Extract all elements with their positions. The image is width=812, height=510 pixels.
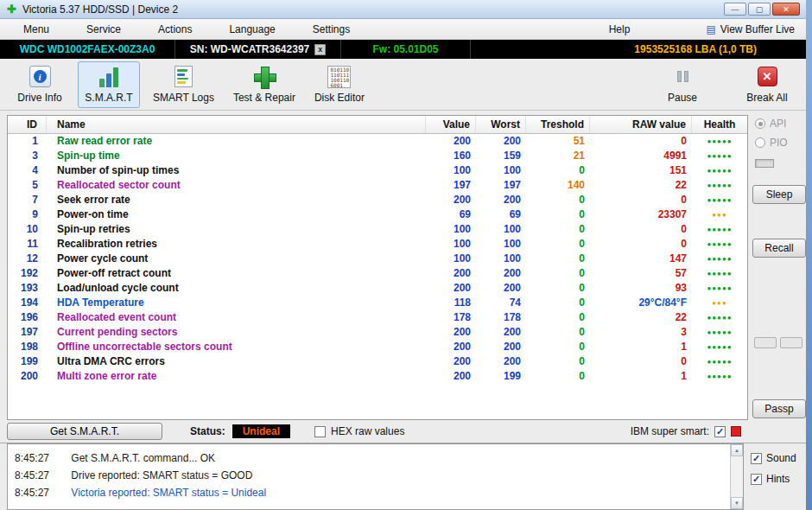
smart-logs-button[interactable]: SMART Logs bbox=[147, 61, 220, 108]
pio-radio[interactable]: PIO bbox=[755, 137, 788, 149]
cell-worst: 200 bbox=[476, 281, 526, 296]
health-dots: ●●●●● bbox=[692, 252, 747, 266]
menu-item-actions[interactable]: Actions bbox=[140, 19, 211, 40]
cell-value: 200 bbox=[426, 369, 476, 384]
log-entry: 8:45:27 Drive reported: SMART status = G… bbox=[15, 467, 726, 484]
health-dots: ●●●●● bbox=[692, 178, 747, 193]
table-row[interactable]: 11 Recalibration retries 100 100 0 0 ●●●… bbox=[8, 237, 747, 252]
sound-option[interactable]: ✓ Sound bbox=[751, 452, 796, 464]
table-row[interactable]: 199 Ultra DMA CRC errors 200 200 0 0 ●●●… bbox=[8, 354, 747, 369]
log-scrollbar[interactable]: ▲ ▼ bbox=[730, 444, 743, 509]
ibm-super-smart-option[interactable]: IBM super smart: ✓ bbox=[631, 425, 741, 437]
table-row[interactable]: 192 Power-off retract count 200 200 0 57… bbox=[8, 266, 747, 281]
hints-option[interactable]: ✓ Hints bbox=[751, 473, 790, 485]
recall-button[interactable]: Recall bbox=[752, 239, 806, 258]
health-dots: ●●●●● bbox=[692, 237, 747, 252]
disk-editor-button[interactable]: 010110 110111 100110 6001 Disk Editor bbox=[308, 61, 371, 108]
api-radio[interactable]: API bbox=[755, 118, 786, 130]
sidebar-mini-button-1[interactable] bbox=[754, 337, 777, 348]
scroll-down-button[interactable]: ▼ bbox=[731, 497, 743, 509]
hints-checkbox[interactable]: ✓ bbox=[751, 474, 762, 485]
health-dots: ●●●●● bbox=[692, 310, 747, 325]
menu-item-language[interactable]: Language bbox=[211, 19, 294, 40]
sleep-button[interactable]: Sleep bbox=[752, 185, 806, 204]
drive-info-button[interactable]: i Drive Info bbox=[9, 61, 71, 108]
cell-name: Reallocated event count bbox=[47, 310, 426, 325]
scroll-up-button[interactable]: ▲ bbox=[731, 444, 743, 456]
log-entry: 8:45:27 Victoria reported: SMART status … bbox=[15, 484, 726, 501]
log-entry: 8:45:27 Get S.M.A.R.T. command... OK bbox=[15, 449, 726, 467]
cell-id: 4 bbox=[8, 163, 47, 178]
log-time: 8:45:27 bbox=[15, 467, 68, 484]
api-radio-circle[interactable] bbox=[755, 118, 765, 129]
health-dots: ●●●●● bbox=[692, 163, 747, 178]
table-row[interactable]: 7 Seek error rate 200 200 0 0 ●●●●● bbox=[8, 193, 747, 207]
sound-label: Sound bbox=[766, 452, 796, 464]
table-row[interactable]: 193 Load/unload cycle count 200 200 0 93… bbox=[8, 281, 747, 296]
pause-button[interactable]: Pause bbox=[651, 61, 714, 108]
header-health[interactable]: Health bbox=[692, 116, 747, 133]
main-row: ID Name Value Worst Treshold RAW value H… bbox=[0, 111, 812, 443]
cell-treshold: 140 bbox=[526, 178, 590, 193]
serial-close-button[interactable]: x bbox=[314, 44, 326, 55]
view-buffer-live[interactable]: ▤ View Buffer Live bbox=[706, 23, 795, 35]
cell-treshold: 0 bbox=[526, 325, 590, 340]
get-smart-button[interactable]: Get S.M.A.R.T. bbox=[7, 423, 162, 440]
table-row[interactable]: 9 Power-on time 69 69 0 23307 ●●● bbox=[8, 207, 747, 222]
menu-item-service[interactable]: Service bbox=[68, 19, 140, 40]
cell-name: HDA Temperature bbox=[47, 296, 426, 310]
hints-label: Hints bbox=[766, 473, 790, 485]
smart-button[interactable]: S.M.A.R.T bbox=[78, 61, 140, 108]
table-row[interactable]: 4 Number of spin-up times 100 100 0 151 … bbox=[8, 163, 747, 178]
log-text: Drive reported: SMART status = GOOD bbox=[71, 469, 252, 481]
cell-id: 196 bbox=[8, 310, 47, 325]
cell-treshold: 21 bbox=[526, 149, 590, 163]
maximize-button[interactable]: ▢ bbox=[748, 3, 771, 16]
hex-raw-values-option[interactable]: ✓ HEX raw values bbox=[314, 425, 404, 437]
drive-infobar: WDC WD1002FAEX-00Z3A0 SN: WD-WCATR364239… bbox=[0, 40, 812, 59]
cell-id: 3 bbox=[8, 149, 47, 163]
hex-checkbox[interactable]: ✓ bbox=[314, 426, 326, 437]
table-row[interactable]: 200 Multi zone error rate 200 199 0 1 ●●… bbox=[8, 369, 747, 384]
table-row[interactable]: 197 Current pending sectors 200 200 0 3 … bbox=[8, 325, 747, 340]
header-raw-value[interactable]: RAW value bbox=[590, 116, 692, 133]
cell-value: 69 bbox=[426, 207, 476, 222]
cell-raw-value: 29°C/84°F bbox=[590, 296, 692, 310]
table-row[interactable]: 3 Spin-up time 160 159 21 4991 ●●●●● bbox=[8, 149, 747, 163]
close-button[interactable]: ✕ bbox=[772, 3, 800, 16]
header-id[interactable]: ID bbox=[8, 116, 47, 133]
break-all-button[interactable]: ✕ Break All bbox=[736, 61, 798, 108]
table-row[interactable]: 196 Reallocated event count 178 178 0 22… bbox=[8, 310, 747, 325]
menu-item-menu[interactable]: Menu bbox=[5, 19, 68, 40]
ibm-checkbox[interactable]: ✓ bbox=[714, 426, 726, 437]
table-row[interactable]: 5 Reallocated sector count 197 197 140 2… bbox=[8, 178, 747, 193]
minimize-button[interactable]: — bbox=[724, 3, 746, 16]
test-repair-button[interactable]: Test & Repair bbox=[227, 61, 301, 108]
table-row[interactable]: 12 Power cycle count 100 100 0 147 ●●●●● bbox=[8, 252, 747, 266]
table-row[interactable]: 10 Spin-up retries 100 100 0 0 ●●●●● bbox=[8, 222, 747, 237]
health-dots: ●●●●● bbox=[692, 266, 747, 281]
toolbar: i Drive Info S.M.A.R.T SMART Logs Test &… bbox=[0, 59, 812, 111]
table-row[interactable]: 198 Offline uncorrectable sectors count … bbox=[8, 340, 747, 354]
header-worst[interactable]: Worst bbox=[476, 116, 526, 133]
menu-item-help[interactable]: Help bbox=[591, 19, 650, 40]
header-value[interactable]: Value bbox=[426, 116, 476, 133]
cell-name: Power cycle count bbox=[47, 252, 426, 266]
log-text: Victoria reported: SMART status = Unidea… bbox=[71, 487, 266, 499]
health-dots: ●●●●● bbox=[692, 369, 747, 384]
pio-radio-circle[interactable] bbox=[755, 137, 765, 148]
infobar-spacer bbox=[471, 40, 634, 59]
menu-item-settings[interactable]: Settings bbox=[295, 19, 369, 40]
sidebar-mini-button-2[interactable] bbox=[780, 337, 802, 348]
cell-raw-value: 0 bbox=[590, 222, 692, 237]
passport-button[interactable]: Passp bbox=[752, 399, 806, 418]
header-name[interactable]: Name bbox=[47, 116, 426, 133]
table-row[interactable]: 1 Raw read error rate 200 200 51 0 ●●●●● bbox=[8, 134, 747, 149]
cell-id: 12 bbox=[8, 252, 47, 266]
sound-checkbox[interactable]: ✓ bbox=[751, 453, 762, 464]
health-dots: ●●●●● bbox=[692, 354, 747, 369]
header-treshold[interactable]: Treshold bbox=[526, 116, 590, 133]
bar-chart-icon bbox=[99, 65, 118, 89]
cell-name: Reallocated sector count bbox=[47, 178, 426, 193]
table-row[interactable]: 194 HDA Temperature 118 74 0 29°C/84°F ●… bbox=[8, 296, 747, 310]
